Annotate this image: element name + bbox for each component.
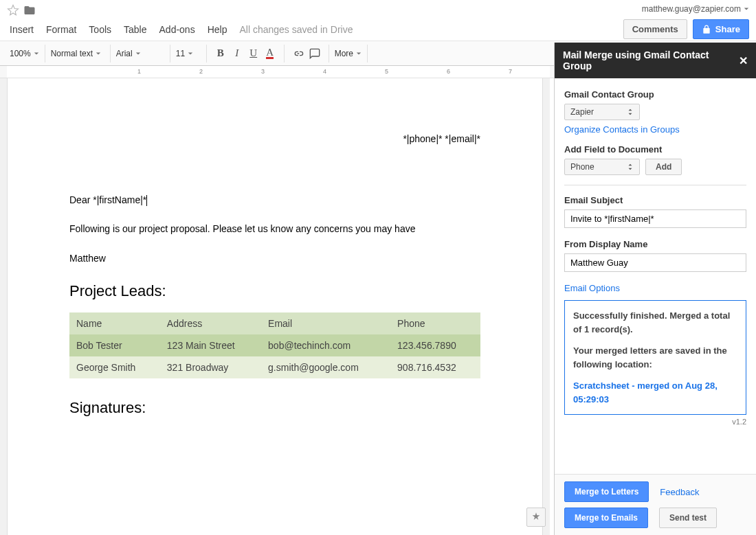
menu-table[interactable]: Table — [124, 24, 146, 35]
text-cursor — [146, 195, 147, 206]
doc-body: Following is our project proposal. Pleas… — [69, 221, 480, 236]
lock-icon — [702, 25, 711, 34]
send-test-button[interactable]: Send test — [659, 508, 717, 528]
zoom-select[interactable]: 100% — [10, 49, 39, 58]
merge-emails-button[interactable]: Merge to Emails — [564, 508, 648, 528]
menu-insert[interactable]: Insert — [10, 24, 34, 35]
menu-help[interactable]: Help — [208, 24, 227, 35]
ruler-6: 6 — [447, 68, 450, 75]
top-bar: Insert Format Tools Table Add-ons Help A… — [0, 0, 756, 41]
sidebar-header: Mail Merge using Gmail Contact Group ✕ — [555, 43, 756, 78]
save-status: All changes saved in Drive — [239, 24, 353, 35]
group-select[interactable]: Zapier — [564, 104, 640, 120]
email-options-link[interactable]: Email Options — [564, 283, 746, 293]
table-row: George Smith 321 Broadway g.smith@google… — [69, 356, 480, 378]
italic-button[interactable]: I — [229, 45, 245, 62]
ruler-1: 1 — [137, 68, 141, 75]
sidebar-title: Mail Merge using Gmail Contact Group — [563, 49, 739, 71]
folder-icon[interactable] — [23, 4, 36, 19]
style-select[interactable]: Normal text — [51, 49, 104, 58]
close-icon[interactable]: ✕ — [739, 54, 748, 67]
doc-signoff: Matthew — [69, 251, 480, 266]
document-area[interactable]: *|phone|* *|email|* Dear *|firstName|* F… — [0, 78, 550, 535]
subject-label: Email Subject — [564, 195, 746, 205]
divider — [564, 185, 746, 185]
doc-heading-signatures: Signatures: — [69, 399, 480, 417]
cell: Bob Tester — [69, 334, 160, 356]
share-label: Share — [715, 24, 740, 34]
doc-header-text: *|phone|* *|email|* — [69, 133, 480, 144]
status-line2: Your merged letters are saved in the fol… — [573, 344, 737, 371]
addfield-label: Add Field to Document — [564, 144, 746, 155]
sidebar-footer: Merge to Letters Feedback Merge to Email… — [555, 474, 756, 535]
ruler-3: 3 — [261, 68, 265, 75]
cell: 123 Main Street — [160, 334, 261, 356]
table-row: Bob Tester 123 Main Street bob@techinch.… — [69, 334, 480, 356]
add-button[interactable]: Add — [645, 159, 682, 175]
doc-heading-leads: Project Leads: — [69, 282, 480, 300]
fontsize-select[interactable]: 11 — [176, 49, 201, 58]
group-label: Gmail Contact Group — [564, 89, 746, 100]
version-text: v1.2 — [564, 418, 746, 426]
link-button[interactable] — [290, 45, 307, 62]
comment-button[interactable] — [307, 45, 323, 62]
star-icon[interactable] — [7, 4, 19, 19]
col-name: Name — [69, 312, 160, 334]
subject-input[interactable] — [564, 209, 746, 228]
status-box: Successfully finished. Merged a total of… — [564, 300, 746, 415]
doc-greeting: Dear *|firstName|* — [69, 192, 480, 207]
menu-addons[interactable]: Add-ons — [159, 24, 195, 35]
chevron-down-icon — [744, 6, 749, 12]
from-input[interactable] — [564, 253, 746, 272]
cell: bob@techinch.com — [261, 334, 390, 356]
feedback-link[interactable]: Feedback — [660, 487, 699, 497]
menu-tools[interactable]: Tools — [89, 24, 111, 35]
menu-format[interactable]: Format — [46, 24, 76, 35]
table-header-row: Name Address Email Phone — [69, 312, 480, 334]
col-phone: Phone — [390, 312, 480, 334]
sidebar: Mail Merge using Gmail Contact Group ✕ G… — [554, 43, 756, 535]
bold-button[interactable]: B — [212, 45, 229, 62]
ruler-4: 4 — [323, 68, 326, 75]
ruler-5: 5 — [385, 68, 388, 75]
menu-bar: Insert Format Tools Table Add-ons Help A… — [7, 24, 353, 35]
ruler-7: 7 — [509, 68, 512, 75]
comments-button[interactable]: Comments — [623, 19, 687, 39]
from-label: From Display Name — [564, 239, 746, 249]
text-color-button[interactable]: A — [262, 45, 278, 62]
explore-button[interactable] — [526, 508, 546, 527]
cell: 321 Broadway — [160, 356, 261, 378]
ruler-2: 2 — [199, 68, 203, 75]
col-address: Address — [160, 312, 261, 334]
user-email[interactable]: matthew.guay@zapier.com — [642, 4, 749, 14]
underline-button[interactable]: U — [245, 45, 262, 62]
cell: g.smith@google.com — [261, 356, 390, 378]
user-email-text: matthew.guay@zapier.com — [642, 4, 741, 14]
field-select[interactable]: Phone — [564, 159, 640, 175]
organize-link[interactable]: Organize Contacts in Groups — [564, 124, 746, 135]
status-link[interactable]: Scratchsheet - merged on Aug 28, 05:29:0… — [573, 379, 737, 406]
share-button[interactable]: Share — [693, 19, 749, 39]
cell: George Smith — [69, 356, 160, 378]
cell: 908.716.4532 — [390, 356, 480, 378]
more-button[interactable]: More — [335, 49, 362, 58]
updown-icon — [627, 109, 634, 115]
font-select[interactable]: Arial — [116, 49, 164, 58]
merge-letters-button[interactable]: Merge to Letters — [564, 481, 649, 502]
doc-table: Name Address Email Phone Bob Tester 123 … — [69, 312, 480, 378]
status-line1: Successfully finished. Merged a total of… — [573, 309, 737, 336]
col-email: Email — [261, 312, 390, 334]
updown-icon — [627, 163, 634, 170]
cell: 123.456.7890 — [390, 334, 480, 356]
page[interactable]: *|phone|* *|email|* Dear *|firstName|* F… — [7, 78, 543, 535]
